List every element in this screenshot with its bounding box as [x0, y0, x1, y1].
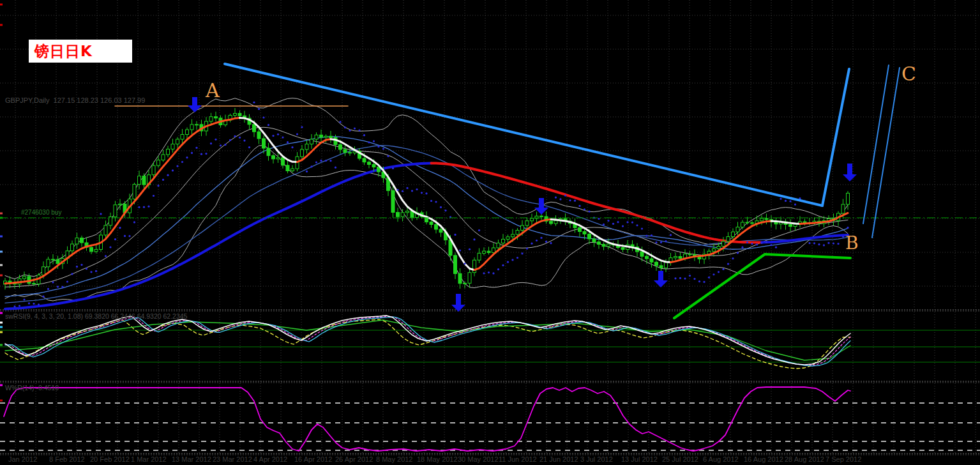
symbol-ohlc-label: GBPJPY,Daily 127.15 128.23 126.03 127.99 — [5, 96, 145, 104]
x-axis-label: 8 May 2012 — [376, 455, 412, 463]
x-axis-label: 21 Jun 2012 — [539, 455, 578, 463]
x-axis-label: 13 Mar 2012 — [172, 455, 211, 463]
x-axis-label: 11 Jun 2012 — [499, 455, 537, 463]
down-arrow-icon[interactable] — [188, 97, 202, 112]
order-line-label: #2746030 buy — [21, 209, 61, 216]
rsi-indicator-label: swRSI(9, 4, 3, 3, 20, 1.08) 69.3820 66.2… — [5, 312, 187, 320]
x-axis-label: Jan 2012 — [8, 455, 37, 463]
channel-line-2[interactable] — [872, 68, 900, 238]
label-A[interactable]: A — [206, 79, 220, 102]
edge-value-marks — [0, 4, 3, 402]
chart-annotation-text: 镑日日K — [34, 42, 93, 61]
x-axis-label: 8 Feb 2012 — [49, 455, 85, 463]
green-support-line[interactable] — [674, 254, 850, 318]
breakout-up-line[interactable] — [822, 69, 849, 206]
x-axis-label: 20 Feb 2012 — [90, 455, 130, 463]
signal-arrows[interactable] — [188, 97, 857, 312]
x-axis-label: 16 Apr 2012 — [294, 455, 332, 463]
candlesticks — [4, 108, 850, 289]
x-axis-label: 13 Jul 2012 — [621, 455, 658, 463]
x-axis-label: 30 May 2012 — [458, 455, 499, 463]
chart-annotation-box[interactable]: 镑日日K — [29, 40, 132, 63]
psar-dots — [13, 102, 848, 308]
x-axis-label: 23 Mar 2012 — [213, 455, 252, 463]
wpr-line — [4, 387, 850, 451]
x-axis-label: 6 Aug 2012 — [703, 455, 739, 463]
panel-separators[interactable] — [0, 310, 980, 455]
chart-canvas[interactable] — [0, 0, 980, 465]
x-axis-label: 7 Sep 2012 — [825, 455, 861, 463]
down-arrow-icon[interactable] — [654, 271, 668, 287]
grid-lines — [0, 0, 980, 454]
x-axis-label: 26 Apr 2012 — [335, 455, 373, 463]
channel-line-1[interactable] — [863, 65, 889, 224]
x-axis-label: 25 Jul 2012 — [662, 455, 698, 463]
wpr-indicator-label: W%R(14) -0.4510 — [5, 384, 59, 392]
x-axis-label: 3 Jul 2012 — [580, 455, 613, 463]
mt4-chart-window: 镑日日K GBPJPY,Daily 127.15 128.23 126.03 1… — [0, 0, 980, 465]
x-axis-label: 18 May 2012 — [417, 455, 458, 463]
trendline-objects[interactable] — [115, 64, 900, 318]
label-C[interactable]: C — [901, 63, 916, 85]
rsi-lines — [5, 316, 850, 369]
x-axis-label: 28 Aug 2012 — [785, 455, 824, 463]
x-axis-label: 1 Mar 2012 — [131, 455, 167, 463]
down-arrow-icon[interactable] — [451, 294, 465, 312]
x-axis-label: 16 Aug 2012 — [744, 455, 783, 463]
x-axis-label: 4 Apr 2012 — [253, 455, 287, 463]
label-B[interactable]: B — [845, 232, 859, 254]
down-arrow-icon[interactable] — [843, 164, 857, 181]
indicator-levels — [0, 330, 980, 450]
